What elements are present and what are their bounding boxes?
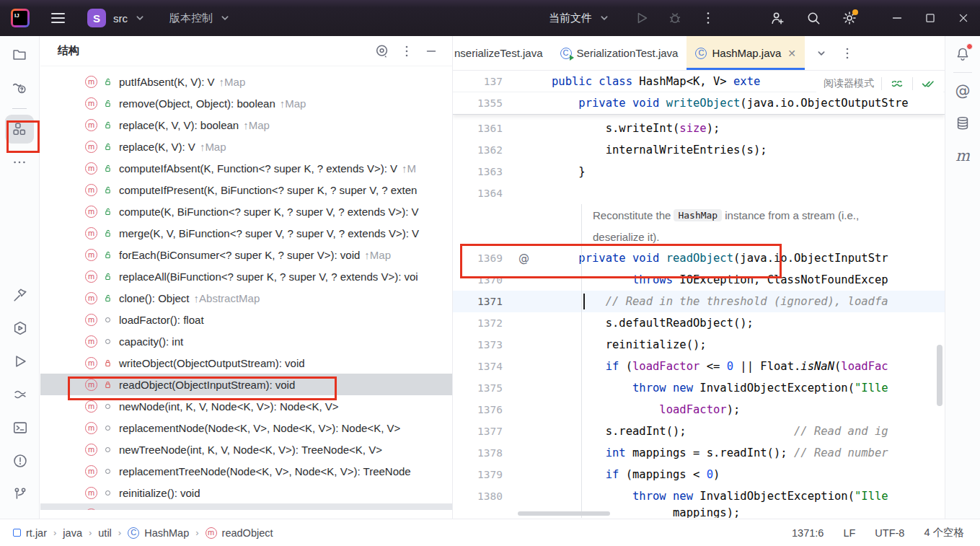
project-widget[interactable]: src: [107, 6, 154, 30]
code-line[interactable]: 1372 s.defaultReadObject();: [453, 312, 945, 334]
line-number[interactable]: 1375: [453, 382, 503, 394]
structure-item[interactable]: mloadFactor(): float: [40, 309, 452, 330]
stripe-item-more[interactable]: [5, 148, 34, 177]
settings-button[interactable]: [837, 6, 862, 30]
stripe-item-run[interactable]: [6, 347, 35, 376]
chevron-down-icon[interactable]: [813, 45, 829, 61]
line-number[interactable]: 1378: [453, 447, 503, 459]
stripe-item-commit[interactable]: [5, 74, 34, 102]
code-line[interactable]: 1361 s.writeInt(size);: [453, 118, 945, 139]
panel-options-button[interactable]: [396, 40, 418, 62]
stripe-item-terminal[interactable]: [6, 413, 35, 442]
line-number[interactable]: 1361: [453, 123, 503, 134]
tab-HashMap-java[interactable]: CHashMap.java✕: [687, 36, 805, 70]
right-stripe-item-database[interactable]: [948, 109, 977, 138]
kebab-vertical-icon[interactable]: [839, 45, 855, 61]
breadcrumb-item[interactable]: util: [98, 527, 112, 539]
breadcrumb-item[interactable]: java: [63, 527, 82, 539]
line-number[interactable]: 1377: [453, 426, 503, 437]
add-user-button[interactable]: [765, 6, 790, 30]
project-avatar[interactable]: S: [87, 9, 106, 27]
structure-item[interactable]: mreplace(K, V, V): boolean↑Map: [40, 114, 452, 136]
structure-item[interactable]: mreplaceAll(BiFunction<? super K, ? supe…: [40, 265, 452, 287]
run-configuration-widget[interactable]: 当前文件: [543, 6, 618, 30]
editor-horizontal-scrollbar[interactable]: [518, 511, 610, 516]
editor-code-area[interactable]: 1361 s.writeInt(size);1362 internalWrite…: [453, 71, 945, 518]
code-line[interactable]: 1376 loadFactor);: [453, 399, 945, 420]
stripe-item-build[interactable]: [6, 281, 35, 309]
structure-item[interactable]: mcomputeIfAbsent(K, Function<? super K, …: [40, 157, 452, 179]
line-number[interactable]: 1372: [453, 317, 503, 329]
caret-position-widget[interactable]: 1371:6: [792, 527, 824, 539]
line-number[interactable]: 1370: [453, 274, 503, 286]
line-number[interactable]: 1363: [453, 166, 503, 177]
stripe-item-services[interactable]: [6, 314, 35, 343]
search-everywhere-button[interactable]: [801, 6, 826, 30]
code-line[interactable]: 1371 // Read in the threshold (ignored),…: [453, 291, 945, 312]
line-number[interactable]: 1364: [453, 188, 503, 199]
structure-item[interactable]: mclone(): Object↑AbstractMap: [40, 287, 452, 309]
inspections-ok-icon[interactable]: [920, 76, 936, 92]
stripe-item-structure[interactable]: [5, 115, 34, 144]
hide-panel-button[interactable]: [420, 40, 442, 62]
editor-vertical-scrollbar[interactable]: [937, 345, 943, 406]
structure-item[interactable]: mafterNodeAccess(Node <K, V>): void: [40, 503, 452, 510]
code-line[interactable]: 1355 private void writeObject(java.io.Ob…: [453, 92, 945, 114]
main-menu-button[interactable]: [45, 6, 70, 30]
tab-nserializeTest-java[interactable]: nserializeTest.java: [453, 36, 552, 70]
structure-item[interactable]: mremove(Object, Object): boolean↑Map: [40, 92, 452, 114]
line-number[interactable]: 1374: [453, 361, 503, 372]
line-number[interactable]: 1376: [453, 404, 503, 415]
window-maximize-button[interactable]: [914, 0, 947, 36]
code-line[interactable]: 1364: [453, 182, 945, 204]
close-icon[interactable]: ✕: [787, 48, 796, 59]
encoding-widget[interactable]: UTF-8: [875, 527, 904, 539]
line-number[interactable]: 1362: [453, 144, 503, 156]
code-line[interactable]: 1375 throw new InvalidObjectException("I…: [453, 377, 945, 399]
line-number[interactable]: 137: [453, 76, 503, 87]
line-number[interactable]: 1371: [453, 296, 503, 307]
code-line[interactable]: 1373 reinitialize();: [453, 334, 945, 356]
tab-SerializationTest-java[interactable]: CSerializationTest.java: [552, 36, 687, 70]
right-stripe-item-maven-m[interactable]: m: [948, 141, 977, 170]
structure-item[interactable]: mnewTreeNode(int, K, V, Node<K, V>): Tre…: [40, 439, 452, 460]
structure-item[interactable]: mreplacementNode(Node<K, V>, Node<K, V>)…: [40, 417, 452, 439]
code-line[interactable]: 1369@ private void readObject(java.io.Ob…: [453, 247, 945, 269]
line-ending-widget[interactable]: LF: [843, 527, 855, 539]
structure-item[interactable]: mcomputeIfPresent(K, BiFunction<? super …: [40, 179, 452, 201]
stripe-item-version-control[interactable]: [6, 480, 35, 508]
stripe-item-coverage[interactable]: [6, 380, 35, 409]
line-number[interactable]: 1355: [453, 97, 503, 109]
structure-item[interactable]: mmerge(K, V, BiFunction<? super V, ? sup…: [40, 222, 452, 244]
line-number[interactable]: 1369: [453, 252, 503, 264]
window-close-button[interactable]: [947, 0, 980, 36]
structure-item[interactable]: mputIfAbsent(K, V): V↑Map: [40, 71, 452, 92]
view-options-button[interactable]: [371, 40, 393, 62]
code-line[interactable]: 1374 if (loadFactor <= 0 || Float.isNaN(…: [453, 356, 945, 377]
more-actions-button[interactable]: [696, 6, 720, 30]
structure-item[interactable]: mreplacementTreeNode(Node<K, V>, Node<K,…: [40, 460, 452, 482]
structure-item[interactable]: mreplace(K, V): V↑Map: [40, 136, 452, 157]
code-line[interactable]: 1379 if (mappings < 0): [453, 464, 945, 485]
structure-item[interactable]: mreadObject(ObjectInputStream): void: [40, 374, 452, 395]
structure-item[interactable]: mcompute(K, BiFunction<? super K, ? supe…: [40, 201, 452, 222]
stripe-item-problems[interactable]: [6, 446, 35, 475]
structure-item[interactable]: mcapacity(): int: [40, 330, 452, 352]
breadcrumb-item[interactable]: mreadObject: [206, 527, 273, 539]
window-minimize-button[interactable]: [880, 0, 914, 36]
run-button[interactable]: [630, 6, 654, 30]
line-number[interactable]: 1380: [453, 490, 503, 502]
stripe-item-project[interactable]: [5, 40, 34, 69]
code-line[interactable]: 1378 int mappings = s.readInt(); // Read…: [453, 442, 945, 464]
intellij-logo-icon[interactable]: IJ: [11, 9, 30, 27]
code-line[interactable]: 1377 s.readInt(); // Read and ig: [453, 420, 945, 442]
right-stripe-item-bell[interactable]: [948, 40, 977, 69]
structure-item[interactable]: mnewNode(int, K, V, Node<K, V>): Node<K,…: [40, 395, 452, 417]
reader-mode-button[interactable]: 阅读器模式: [824, 77, 874, 90]
right-stripe-item-ai-at[interactable]: @: [948, 76, 977, 105]
inspection-squiggle-icon[interactable]: [889, 76, 905, 92]
structure-item[interactable]: mforEach(BiConsumer<? super K, ? super V…: [40, 244, 452, 265]
code-line[interactable]: 1380 throw new InvalidObjectException("I…: [453, 485, 945, 507]
breadcrumb-item[interactable]: CHashMap: [128, 527, 189, 539]
line-number[interactable]: 1373: [453, 339, 503, 351]
